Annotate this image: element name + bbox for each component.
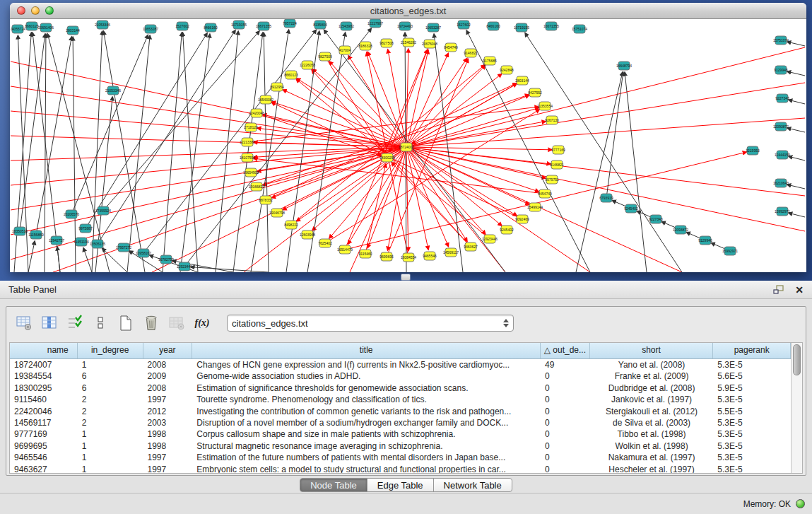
graph-node[interactable]: 12444159 bbox=[775, 151, 790, 159]
cell-pagerank[interactable]: 5.3E-5 bbox=[713, 428, 791, 440]
table-row[interactable]: 1830029562008Estimation of significance … bbox=[10, 382, 791, 394]
graph-node[interactable]: 8466160 bbox=[486, 22, 500, 30]
table-row[interactable]: 1938455462009Genome-wide association stu… bbox=[10, 370, 791, 382]
graph-node[interactable]: 9699695 bbox=[379, 252, 394, 261]
graph-node[interactable]: 9175685 bbox=[483, 57, 497, 65]
graph-node[interactable]: 12093872 bbox=[773, 122, 789, 131]
window-titlebar[interactable]: citations_edges.txt bbox=[10, 3, 806, 19]
graph-node[interactable]: 11156869 bbox=[28, 230, 44, 239]
cell-name[interactable]: 9115460 bbox=[10, 394, 78, 405]
cell-title[interactable]: Investigating the contribution of common… bbox=[192, 406, 541, 417]
graph-node[interactable]: 19654903 bbox=[243, 168, 259, 177]
graph-node[interactable]: 8466160 bbox=[204, 23, 218, 32]
graph-node[interactable]: 12923446 bbox=[177, 262, 192, 271]
graph-node[interactable]: 6793919 bbox=[599, 194, 613, 202]
table-row[interactable]: 2242004622012Investigating the contribut… bbox=[10, 406, 791, 417]
cell-in_degree[interactable]: 1 bbox=[78, 464, 143, 473]
graph-node[interactable]: 14569117 bbox=[443, 248, 459, 257]
cell-out_degree[interactable]: 0 bbox=[541, 464, 590, 473]
cell-short[interactable]: Yano et al. (2008) bbox=[590, 359, 714, 370]
graph-node[interactable]: 20676048 bbox=[422, 40, 437, 48]
graph-node[interactable]: 12226058 bbox=[300, 61, 315, 69]
column-header-out_degree[interactable]: △ out_de... bbox=[541, 343, 590, 358]
graph-node[interactable]: 2718120 bbox=[244, 123, 258, 132]
cell-out_degree[interactable]: 0 bbox=[541, 440, 590, 452]
cell-short[interactable]: Franke et al. (2009) bbox=[590, 370, 714, 382]
graph-node[interactable]: 10653287 bbox=[143, 25, 158, 33]
cell-year[interactable]: 2008 bbox=[143, 382, 193, 394]
graph-node[interactable]: 9245402 bbox=[500, 226, 514, 234]
cell-title[interactable]: Estimation of significance thresholds fo… bbox=[192, 382, 541, 394]
graph-node[interactable]: 15751074 bbox=[773, 36, 789, 45]
cell-pagerank[interactable]: 5.5E-5 bbox=[713, 406, 791, 417]
graph-node[interactable]: 20206576 bbox=[64, 210, 79, 218]
close-panel-icon[interactable]: ✕ bbox=[795, 285, 804, 295]
graph-node[interactable]: 8878332 bbox=[259, 196, 273, 204]
graph-node[interactable]: 9579751 bbox=[545, 175, 559, 184]
graph-node[interactable]: 8912954 bbox=[270, 83, 284, 91]
table-row[interactable]: 911546021997Tourette syndrome. Phenomeno… bbox=[10, 394, 791, 405]
graph-node[interactable]: 15751074 bbox=[572, 25, 587, 33]
column-selection-icon[interactable] bbox=[64, 313, 86, 334]
table-row[interactable]: 969969511998Structural magnetic resonanc… bbox=[10, 440, 791, 452]
graph-node[interactable]: 9827509 bbox=[318, 52, 332, 61]
scrollbar-thumb[interactable] bbox=[793, 344, 801, 375]
cell-title[interactable]: Corpus callosum shape and size in male p… bbox=[192, 428, 541, 440]
graph-node[interactable]: 417004 bbox=[339, 46, 351, 54]
cell-title[interactable]: Structural magnetic resonance image aver… bbox=[192, 440, 541, 452]
vertical-scrollbar[interactable] bbox=[791, 343, 802, 473]
cell-name[interactable]: 9699695 bbox=[10, 440, 78, 452]
column-header-name[interactable]: name bbox=[10, 343, 78, 358]
graph-node[interactable]: 9227343 bbox=[649, 215, 663, 223]
graph-node[interactable]: 9227343 bbox=[775, 94, 789, 103]
network-canvas[interactable]: 1872400718300295977716991468219579751845… bbox=[11, 19, 806, 272]
graph-node[interactable]: 19734493 bbox=[397, 22, 413, 30]
graph-node[interactable]: 17359924 bbox=[95, 206, 111, 215]
graph-node[interactable]: 7625402 bbox=[318, 239, 332, 247]
cell-title[interactable]: Changes of HCN gene expression and I(f) … bbox=[192, 359, 541, 370]
graph-node[interactable]: 11543982 bbox=[339, 22, 354, 30]
cell-short[interactable]: Dudbridge et al. (2008) bbox=[590, 382, 714, 394]
graph-node[interactable]: 8186328 bbox=[358, 42, 372, 50]
graph-node[interactable]: 10719155 bbox=[514, 23, 529, 32]
function-builder-icon[interactable]: f(x) bbox=[192, 313, 213, 334]
cell-out_degree[interactable]: 0 bbox=[541, 382, 590, 394]
cell-short[interactable]: Wolkin et al. (1998) bbox=[590, 440, 714, 452]
graph-node[interactable]: 9146821 bbox=[464, 49, 478, 57]
graph-node[interactable]: 19384554 bbox=[401, 253, 416, 262]
table-row[interactable]: 946362711997Embryonic stem cells: a mode… bbox=[10, 464, 791, 473]
graph-node[interactable]: 10653287 bbox=[425, 23, 441, 32]
graph-node[interactable]: 9245402 bbox=[624, 204, 638, 213]
cell-title[interactable]: Estimation of the future numbers of pati… bbox=[192, 452, 541, 463]
float-window-icon[interactable] bbox=[773, 285, 784, 294]
graph-node[interactable]: 19046798 bbox=[269, 209, 285, 217]
graph-node[interactable]: 15992971 bbox=[722, 247, 738, 255]
graph-node[interactable]: 21546282 bbox=[401, 38, 416, 47]
graph-node[interactable]: 8427552 bbox=[528, 88, 542, 97]
zoom-window-icon[interactable] bbox=[45, 6, 54, 15]
cell-in_degree[interactable]: 2 bbox=[78, 417, 143, 428]
graph-node[interactable]: 12213387 bbox=[240, 138, 255, 146]
column-header-title[interactable]: title bbox=[192, 343, 541, 358]
cell-year[interactable]: 1997 bbox=[143, 464, 193, 473]
graph-node[interactable]: 13505135 bbox=[90, 240, 105, 248]
graph-node[interactable]: 9463627 bbox=[464, 243, 478, 251]
graph-node[interactable]: 15499144 bbox=[527, 203, 543, 211]
tab-edge-table[interactable]: Edge Table bbox=[367, 478, 434, 492]
cell-out_degree[interactable]: 0 bbox=[541, 428, 590, 440]
graph-node[interactable]: 8454749 bbox=[444, 43, 458, 52]
graph-node[interactable]: 8660123 bbox=[284, 71, 298, 79]
graph-node[interactable]: 16543382 bbox=[258, 95, 273, 104]
graph-node[interactable]: 16210643 bbox=[773, 179, 789, 187]
cell-name[interactable]: 22420046 bbox=[10, 406, 78, 417]
graph-node[interactable]: 12942757 bbox=[49, 236, 64, 245]
cell-title[interactable]: Genome-wide association studies in ADHD. bbox=[192, 370, 541, 382]
minimize-window-icon[interactable] bbox=[31, 6, 40, 15]
cell-name[interactable]: 9463627 bbox=[10, 464, 78, 473]
graph-node[interactable]: 1527602 bbox=[457, 21, 471, 29]
cell-in_degree[interactable]: 6 bbox=[78, 370, 143, 382]
cell-name[interactable]: 18724007 bbox=[10, 359, 78, 370]
row-height-icon[interactable] bbox=[90, 313, 111, 334]
cell-year[interactable]: 2012 bbox=[143, 406, 193, 417]
graph-node[interactable]: 18107554 bbox=[240, 153, 255, 162]
